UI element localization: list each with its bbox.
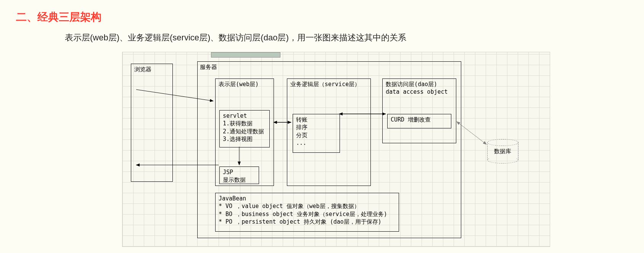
web-layer-box: 表示层(web层) servlet 1.获得数据 2.通知处理数据 3.选择视图… (215, 78, 274, 186)
section-subheading: 表示层(web层)、业务逻辑层(service层)、数据访问层(dao层)，用一… (65, 32, 406, 43)
dao-layer-box: 数据访问层(dao层) data access object CURD 增删改查 (382, 78, 456, 143)
javabean-box: JavaBean * VO ，value object 值对象（web层，搜集数… (215, 193, 399, 232)
javabean-text: JavaBean * VO ，value object 值对象（web层，搜集数… (216, 193, 399, 227)
jsp-box: JSP 显示数据 (219, 167, 259, 184)
dao-body-box: CURD 增删改查 (387, 114, 451, 128)
server-label: 服务器 (200, 63, 217, 71)
service-body-text: 转账 排序 分页 ... (293, 114, 340, 148)
browser-label: 浏览器 (131, 64, 172, 75)
database-label: 数据库 (494, 147, 511, 155)
service-layer-title: 业务逻辑层（service层） (287, 79, 370, 90)
diagram-canvas: 浏览器 服务器 表示层(web层) servlet 1.获得数据 2.通知处理数… (122, 52, 550, 247)
servlet-box: servlet 1.获得数据 2.通知处理数据 3.选择视图 (219, 110, 270, 147)
database-cylinder: 数据库 (487, 139, 518, 161)
server-box: 服务器 表示层(web层) servlet 1.获得数据 2.通知处理数据 3.… (197, 61, 461, 238)
section-heading: 二、经典三层架构 (16, 10, 101, 24)
service-body-box: 转账 排序 分页 ... (293, 114, 340, 153)
servlet-text: servlet 1.获得数据 2.通知处理数据 3.选择视图 (220, 110, 269, 144)
web-layer-title: 表示层(web层) (216, 79, 274, 90)
dao-body-text: CURD 增删改查 (388, 114, 451, 125)
page: 二、经典三层架构 表示层(web层)、业务逻辑层(service层)、数据访问层… (0, 0, 644, 253)
jsp-text: JSP 显示数据 (220, 167, 259, 186)
browser-box: 浏览器 (131, 64, 173, 182)
service-layer-box: 业务逻辑层（service层） 转账 排序 分页 ... (287, 78, 371, 186)
selection-marker (211, 52, 280, 58)
dao-layer-title: 数据访问层(dao层) data access object (383, 79, 456, 98)
